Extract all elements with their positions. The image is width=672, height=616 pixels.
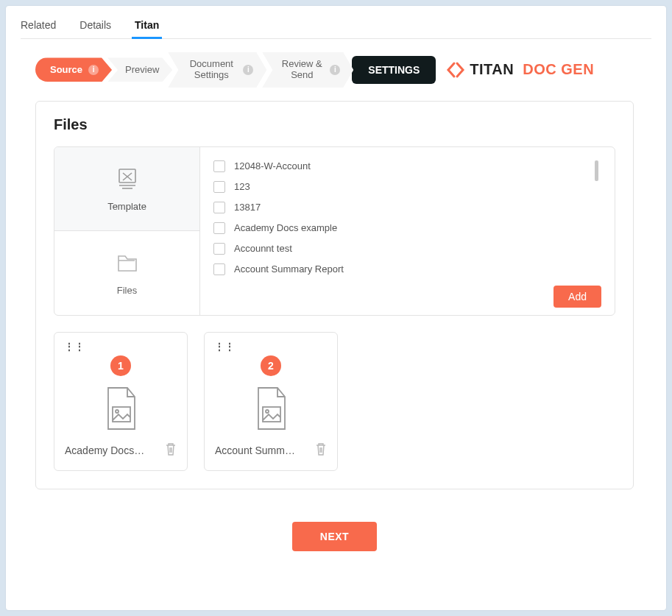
template-icon <box>115 166 140 194</box>
settings-button[interactable]: SETTINGS <box>352 56 436 84</box>
selected-files-row: ⋮⋮ 1 Academy Docs… <box>54 332 615 471</box>
file-row[interactable]: 12048-W-Account <box>213 156 601 177</box>
tab-details[interactable]: Details <box>79 15 111 38</box>
file-name: 12048-W-Account <box>234 160 311 171</box>
file-name: 13817 <box>234 202 261 213</box>
checkbox[interactable] <box>213 160 225 172</box>
selected-file-card: ⋮⋮ 2 Account Summ… <box>204 332 338 471</box>
checkbox[interactable] <box>213 222 225 234</box>
selector-tab-label: Template <box>107 201 146 212</box>
info-icon[interactable]: i <box>88 65 99 75</box>
checkbox[interactable] <box>213 181 225 193</box>
file-selector: Template Files <box>54 146 615 316</box>
selected-file-card: ⋮⋮ 1 Academy Docs… <box>54 332 188 471</box>
file-image-icon <box>215 386 327 431</box>
step-preview[interactable]: Preview <box>107 57 172 82</box>
file-list-scroll[interactable]: 12048-W-Account 123 13817 Academy D <box>213 156 601 281</box>
file-row[interactable]: Accounnt test <box>213 238 601 259</box>
scrollbar-thumb-icon[interactable] <box>595 160 598 181</box>
step-source[interactable]: Source i <box>35 57 112 82</box>
folder-icon <box>115 250 140 277</box>
selector-tabs: Template Files <box>54 147 200 315</box>
files-card: Files Template <box>35 101 634 489</box>
step-label: Review & Send <box>280 59 324 81</box>
next-button[interactable]: NEXT <box>292 522 377 551</box>
checkbox[interactable] <box>213 263 225 275</box>
step-label: Document Settings <box>185 59 237 81</box>
svg-point-10 <box>266 410 269 413</box>
file-row[interactable]: Academy Docs example <box>213 218 601 238</box>
info-icon[interactable]: i <box>330 65 340 75</box>
logo-text-docgen: DOC GEN <box>523 61 594 78</box>
selector-tab-template[interactable]: Template <box>54 147 199 232</box>
checkbox[interactable] <box>213 243 225 255</box>
content-area: Source i Preview Document Settings i Rev… <box>21 52 651 603</box>
file-row[interactable]: 13817 <box>213 197 601 218</box>
file-list: 12048-W-Account 123 13817 Academy D <box>200 147 615 315</box>
drag-handle-icon[interactable]: ⋮⋮ <box>65 343 177 350</box>
tab-titan[interactable]: Titan <box>135 15 159 38</box>
next-button-row: NEXT <box>21 504 648 557</box>
delete-icon[interactable] <box>315 442 327 459</box>
chip-name-row: Academy Docs… <box>65 442 177 459</box>
files-title: Files <box>54 116 615 133</box>
file-name: Accounnt test <box>234 243 292 254</box>
order-badge: 2 <box>261 355 281 376</box>
svg-point-6 <box>116 410 119 413</box>
file-row[interactable]: 123 <box>213 177 601 197</box>
info-icon[interactable]: i <box>243 65 253 75</box>
selector-tab-files[interactable]: Files <box>54 231 199 315</box>
step-review-send[interactable]: Review & Send i <box>262 52 353 88</box>
drag-handle-icon[interactable]: ⋮⋮ <box>215 343 327 350</box>
app-frame: Related Details Titan Source i Preview D… <box>6 6 666 610</box>
file-name: Academy Docs example <box>234 222 337 233</box>
selected-file-name: Account Summ… <box>215 445 309 456</box>
checkbox[interactable] <box>213 202 225 213</box>
titan-logo-mark-icon <box>446 60 465 79</box>
logo-text-titan: TITAN <box>470 61 514 78</box>
delete-icon[interactable] <box>165 442 177 459</box>
titan-logo: TITAN DOC GEN <box>446 60 594 79</box>
chip-name-row: Account Summ… <box>215 442 327 459</box>
add-button[interactable]: Add <box>553 286 601 308</box>
tab-related[interactable]: Related <box>21 15 56 38</box>
selected-file-name: Academy Docs… <box>65 445 159 456</box>
file-name: Account Summary Report <box>234 263 344 275</box>
top-tab-bar: Related Details Titan <box>21 15 651 39</box>
order-badge: 1 <box>110 355 131 376</box>
selector-tab-label: Files <box>117 285 137 296</box>
file-image-icon <box>65 386 177 431</box>
step-document-settings[interactable]: Document Settings i <box>168 52 266 88</box>
wizard-steps: Source i Preview Document Settings i Rev… <box>35 52 634 88</box>
file-row[interactable]: Account Summary Report <box>213 259 601 280</box>
file-name: 123 <box>234 181 250 192</box>
step-label: Preview <box>125 64 159 75</box>
step-label: Source <box>50 64 82 75</box>
